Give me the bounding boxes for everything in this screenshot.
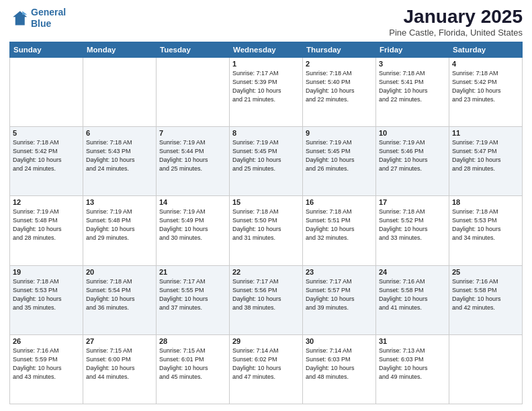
week-row-4: 26Sunrise: 7:16 AMSunset: 5:59 PMDayligh… [10, 334, 523, 404]
table-cell: 10Sunrise: 7:19 AMSunset: 5:46 PMDayligh… [376, 127, 449, 196]
day-number: 23 [306, 268, 373, 276]
table-cell: 14Sunrise: 7:19 AMSunset: 5:49 PMDayligh… [157, 196, 230, 265]
day-number: 10 [379, 129, 446, 137]
day-info: Sunrise: 7:18 AMSunset: 5:42 PMDaylight:… [452, 69, 519, 104]
table-cell: 25Sunrise: 7:16 AMSunset: 5:58 PMDayligh… [449, 265, 523, 334]
day-number: 12 [13, 198, 80, 206]
day-info: Sunrise: 7:19 AMSunset: 5:45 PMDaylight:… [232, 138, 300, 173]
table-cell: 24Sunrise: 7:16 AMSunset: 5:58 PMDayligh… [376, 265, 449, 334]
table-cell: 28Sunrise: 7:15 AMSunset: 6:01 PMDayligh… [157, 334, 230, 404]
day-number: 28 [159, 337, 226, 345]
day-info: Sunrise: 7:17 AMSunset: 5:39 PMDaylight:… [232, 69, 300, 104]
day-number: 7 [159, 129, 226, 137]
day-info: Sunrise: 7:19 AMSunset: 5:46 PMDaylight:… [379, 138, 446, 173]
table-cell: 5Sunrise: 7:18 AMSunset: 5:42 PMDaylight… [10, 127, 83, 196]
logo-line2: Blue [31, 18, 51, 29]
day-info: Sunrise: 7:18 AMSunset: 5:53 PMDaylight:… [452, 208, 519, 242]
table-cell: 18Sunrise: 7:18 AMSunset: 5:53 PMDayligh… [449, 196, 523, 265]
day-number: 22 [232, 268, 300, 276]
day-info: Sunrise: 7:19 AMSunset: 5:47 PMDaylight:… [452, 138, 519, 173]
title-block: January 2025 Pine Castle, Florida, Unite… [389, 7, 523, 38]
day-info: Sunrise: 7:14 AMSunset: 6:03 PMDaylight:… [306, 347, 373, 381]
table-cell: 3Sunrise: 7:18 AMSunset: 5:41 PMDaylight… [376, 57, 449, 126]
table-cell: 21Sunrise: 7:17 AMSunset: 5:55 PMDayligh… [157, 265, 230, 334]
day-number: 14 [159, 198, 226, 206]
day-number: 2 [306, 60, 373, 68]
day-info: Sunrise: 7:19 AMSunset: 5:44 PMDaylight:… [159, 138, 226, 173]
day-number: 21 [159, 268, 226, 276]
day-info: Sunrise: 7:18 AMSunset: 5:41 PMDaylight:… [379, 69, 446, 104]
page: General Blue January 2025 Pine Castle, F… [0, 0, 532, 411]
day-info: Sunrise: 7:13 AMSunset: 6:03 PMDaylight:… [379, 347, 446, 381]
day-number: 11 [452, 129, 519, 137]
day-number: 16 [306, 198, 373, 206]
day-number: 13 [86, 198, 153, 206]
table-cell [449, 334, 523, 404]
logo-line1: General [31, 7, 66, 17]
week-row-0: 1Sunrise: 7:17 AMSunset: 5:39 PMDaylight… [10, 57, 523, 126]
table-cell: 11Sunrise: 7:19 AMSunset: 5:47 PMDayligh… [449, 127, 523, 196]
day-info: Sunrise: 7:16 AMSunset: 5:58 PMDaylight:… [452, 277, 519, 312]
col-monday: Monday [83, 42, 157, 57]
day-info: Sunrise: 7:18 AMSunset: 5:43 PMDaylight:… [86, 138, 153, 173]
table-cell [83, 57, 157, 126]
day-info: Sunrise: 7:15 AMSunset: 6:01 PMDaylight:… [159, 347, 226, 381]
table-cell: 15Sunrise: 7:18 AMSunset: 5:50 PMDayligh… [230, 196, 303, 265]
table-cell: 13Sunrise: 7:19 AMSunset: 5:48 PMDayligh… [83, 196, 157, 265]
week-row-2: 12Sunrise: 7:19 AMSunset: 5:48 PMDayligh… [10, 196, 523, 265]
day-info: Sunrise: 7:18 AMSunset: 5:40 PMDaylight:… [306, 69, 373, 104]
table-cell: 19Sunrise: 7:18 AMSunset: 5:53 PMDayligh… [10, 265, 83, 334]
week-row-3: 19Sunrise: 7:18 AMSunset: 5:53 PMDayligh… [10, 265, 523, 334]
logo-text: General Blue [31, 7, 66, 30]
calendar-subtitle: Pine Castle, Florida, United States [389, 28, 523, 38]
day-info: Sunrise: 7:19 AMSunset: 5:48 PMDaylight:… [13, 208, 80, 242]
header: General Blue January 2025 Pine Castle, F… [9, 7, 523, 38]
day-number: 29 [232, 337, 300, 345]
day-number: 18 [452, 198, 519, 206]
table-cell: 7Sunrise: 7:19 AMSunset: 5:44 PMDaylight… [157, 127, 230, 196]
day-number: 4 [452, 60, 519, 68]
week-row-1: 5Sunrise: 7:18 AMSunset: 5:42 PMDaylight… [10, 127, 523, 196]
table-cell: 26Sunrise: 7:16 AMSunset: 5:59 PMDayligh… [10, 334, 83, 404]
table-cell: 1Sunrise: 7:17 AMSunset: 5:39 PMDaylight… [230, 57, 303, 126]
col-wednesday: Wednesday [230, 42, 303, 57]
table-cell: 20Sunrise: 7:18 AMSunset: 5:54 PMDayligh… [83, 265, 157, 334]
table-cell: 6Sunrise: 7:18 AMSunset: 5:43 PMDaylight… [83, 127, 157, 196]
table-cell: 12Sunrise: 7:19 AMSunset: 5:48 PMDayligh… [10, 196, 83, 265]
day-info: Sunrise: 7:16 AMSunset: 5:58 PMDaylight:… [379, 277, 446, 312]
table-cell: 8Sunrise: 7:19 AMSunset: 5:45 PMDaylight… [230, 127, 303, 196]
day-info: Sunrise: 7:18 AMSunset: 5:50 PMDaylight:… [232, 208, 300, 242]
calendar-title: January 2025 [389, 7, 523, 28]
table-cell: 2Sunrise: 7:18 AMSunset: 5:40 PMDaylight… [303, 57, 376, 126]
day-number: 17 [379, 198, 446, 206]
day-info: Sunrise: 7:17 AMSunset: 5:56 PMDaylight:… [232, 277, 300, 312]
day-number: 26 [13, 337, 80, 345]
header-row: Sunday Monday Tuesday Wednesday Thursday… [10, 42, 523, 57]
day-info: Sunrise: 7:14 AMSunset: 6:02 PMDaylight:… [232, 347, 300, 381]
table-cell: 29Sunrise: 7:14 AMSunset: 6:02 PMDayligh… [230, 334, 303, 404]
day-number: 8 [232, 129, 300, 137]
table-cell: 23Sunrise: 7:17 AMSunset: 5:57 PMDayligh… [303, 265, 376, 334]
day-number: 9 [306, 129, 373, 137]
day-info: Sunrise: 7:19 AMSunset: 5:45 PMDaylight:… [306, 138, 373, 173]
day-number: 5 [13, 129, 80, 137]
day-number: 30 [306, 337, 373, 345]
table-cell: 27Sunrise: 7:15 AMSunset: 6:00 PMDayligh… [83, 334, 157, 404]
col-tuesday: Tuesday [157, 42, 230, 57]
col-friday: Friday [376, 42, 449, 57]
table-cell [157, 57, 230, 126]
col-sunday: Sunday [10, 42, 83, 57]
table-cell: 16Sunrise: 7:18 AMSunset: 5:51 PMDayligh… [303, 196, 376, 265]
day-info: Sunrise: 7:18 AMSunset: 5:53 PMDaylight:… [13, 277, 80, 312]
day-number: 19 [13, 268, 80, 276]
day-info: Sunrise: 7:16 AMSunset: 5:59 PMDaylight:… [13, 347, 80, 381]
table-cell: 22Sunrise: 7:17 AMSunset: 5:56 PMDayligh… [230, 265, 303, 334]
day-info: Sunrise: 7:19 AMSunset: 5:48 PMDaylight:… [86, 208, 153, 242]
day-number: 31 [379, 337, 446, 345]
day-number: 1 [232, 60, 300, 68]
col-saturday: Saturday [449, 42, 523, 57]
col-thursday: Thursday [303, 42, 376, 57]
day-info: Sunrise: 7:18 AMSunset: 5:54 PMDaylight:… [86, 277, 153, 312]
day-number: 15 [232, 198, 300, 206]
day-number: 24 [379, 268, 446, 276]
